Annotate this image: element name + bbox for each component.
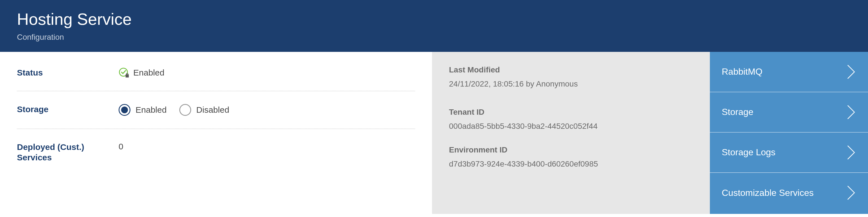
storage-radio-group: Enabled Disabled <box>119 104 229 116</box>
radio-icon <box>179 104 191 116</box>
status-row: Status Enabled <box>17 67 415 91</box>
status-label: Status <box>17 67 119 78</box>
page-subtitle: Configuration <box>17 33 851 42</box>
storage-radio-disabled[interactable]: Disabled <box>179 104 229 116</box>
chevron-right-icon <box>846 185 856 201</box>
last-modified-block: Last Modified 24/11/2022, 18:05:16 by An… <box>449 65 693 88</box>
status-value-wrap: Enabled <box>119 67 164 78</box>
radio-icon <box>119 104 130 116</box>
storage-label: Storage <box>17 104 119 115</box>
info-panel: Last Modified 24/11/2022, 18:05:16 by An… <box>432 52 710 214</box>
storage-radio-enabled[interactable]: Enabled <box>119 104 166 116</box>
environment-id-value: d7d3b973-924e-4339-b400-d60260ef0985 <box>449 159 693 169</box>
nav-item-label: RabbitMQ <box>722 67 763 77</box>
nav-item-storage[interactable]: Storage <box>710 92 868 133</box>
environment-id-label: Environment ID <box>449 145 693 154</box>
side-nav: RabbitMQ Storage Storage Logs Customizab… <box>710 52 868 214</box>
check-shield-icon <box>119 67 129 78</box>
page-title: Hosting Service <box>17 10 851 28</box>
nav-item-label: Storage <box>722 107 753 117</box>
deployed-value: 0 <box>119 142 123 151</box>
nav-item-customizable-services[interactable]: Customizable Services <box>710 173 868 213</box>
deployed-row: Deployed (Cust.) Services 0 <box>17 142 415 163</box>
nav-item-label: Storage Logs <box>722 147 775 157</box>
tenant-id-label: Tenant ID <box>449 108 693 117</box>
page-header: Hosting Service Configuration <box>0 0 868 52</box>
nav-item-storage-logs[interactable]: Storage Logs <box>710 133 868 173</box>
storage-row: Storage Enabled Disabled <box>17 104 415 129</box>
last-modified-label: Last Modified <box>449 65 693 74</box>
chevron-right-icon <box>846 104 856 120</box>
nav-item-rabbitmq[interactable]: RabbitMQ <box>710 52 868 92</box>
chevron-right-icon <box>846 64 856 80</box>
deployed-label: Deployed (Cust.) Services <box>17 142 119 163</box>
storage-radio-enabled-label: Enabled <box>135 105 166 115</box>
status-value: Enabled <box>133 68 164 77</box>
storage-radio-disabled-label: Disabled <box>196 105 229 115</box>
config-form: Status Enabled Storage <box>0 52 432 214</box>
chevron-right-icon <box>846 145 856 160</box>
ids-block: Tenant ID 000ada85-5bb5-4330-9ba2-44520c… <box>449 108 693 169</box>
content-area: Status Enabled Storage <box>0 52 868 214</box>
tenant-id-value: 000ada85-5bb5-4330-9ba2-44520c052f44 <box>449 122 693 131</box>
nav-item-label: Customizable Services <box>722 188 813 198</box>
last-modified-value: 24/11/2022, 18:05:16 by Anonymous <box>449 79 693 88</box>
